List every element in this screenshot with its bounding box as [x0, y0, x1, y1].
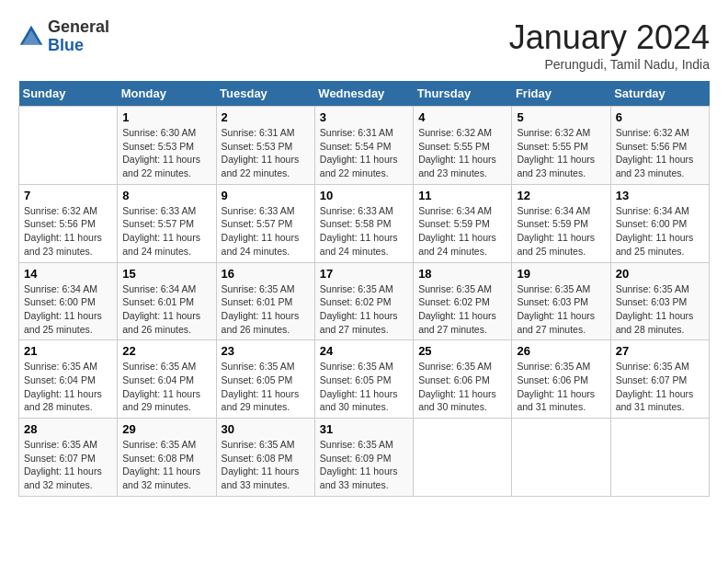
calendar-cell: 20Sunrise: 6:35 AMSunset: 6:03 PMDayligh… [610, 262, 709, 340]
day-number: 25 [418, 344, 506, 358]
day-number: 1 [122, 110, 210, 124]
calendar-cell: 11Sunrise: 6:34 AMSunset: 5:59 PMDayligh… [414, 184, 512, 262]
day-number: 19 [517, 267, 605, 281]
day-number: 16 [222, 267, 310, 281]
day-info: Sunrise: 6:33 AMSunset: 5:57 PMDaylight:… [222, 204, 310, 259]
weekday-header-monday: Monday [118, 81, 216, 107]
day-info: Sunrise: 6:35 AMSunset: 6:06 PMDaylight:… [418, 360, 506, 414]
day-info: Sunrise: 6:35 AMSunset: 6:01 PMDaylight:… [222, 282, 310, 337]
day-info: Sunrise: 6:33 AMSunset: 5:58 PMDaylight:… [320, 204, 408, 259]
weekday-header-wednesday: Wednesday [314, 81, 413, 107]
day-info: Sunrise: 6:33 AMSunset: 5:57 PMDaylight:… [122, 204, 210, 259]
day-number: 8 [122, 189, 210, 202]
calendar-week-5: 28Sunrise: 6:35 AMSunset: 6:07 PMDayligh… [19, 419, 710, 497]
logo-blue-text: Blue [48, 37, 109, 55]
calendar-cell: 29Sunrise: 6:35 AMSunset: 6:08 PMDayligh… [118, 419, 216, 497]
calendar-cell: 1Sunrise: 6:30 AMSunset: 5:53 PMDaylight… [118, 107, 216, 185]
day-number: 24 [320, 344, 408, 358]
calendar-cell: 31Sunrise: 6:35 AMSunset: 6:09 PMDayligh… [314, 419, 413, 497]
title-block: January 2024 Perungudi, Tamil Nadu, Indi… [509, 18, 710, 72]
day-info: Sunrise: 6:31 AMSunset: 5:53 PMDaylight:… [222, 126, 310, 180]
day-number: 5 [517, 110, 605, 124]
calendar-cell: 16Sunrise: 6:35 AMSunset: 6:01 PMDayligh… [216, 262, 314, 340]
weekday-header-friday: Friday [512, 81, 610, 107]
calendar-cell: 30Sunrise: 6:35 AMSunset: 6:08 PMDayligh… [216, 419, 314, 497]
day-info: Sunrise: 6:34 AMSunset: 6:01 PMDaylight:… [122, 282, 210, 337]
day-info: Sunrise: 6:32 AMSunset: 5:55 PMDaylight:… [418, 126, 506, 180]
day-number: 11 [418, 189, 506, 202]
calendar-week-2: 7Sunrise: 6:32 AMSunset: 5:56 PMDaylight… [19, 184, 710, 262]
day-number: 12 [517, 189, 605, 202]
day-number: 17 [320, 267, 408, 281]
day-info: Sunrise: 6:34 AMSunset: 6:00 PMDaylight:… [24, 282, 112, 337]
day-info: Sunrise: 6:32 AMSunset: 5:55 PMDaylight:… [517, 126, 605, 180]
day-info: Sunrise: 6:34 AMSunset: 5:59 PMDaylight:… [418, 204, 506, 259]
day-number: 14 [24, 267, 112, 281]
calendar-cell [19, 107, 118, 185]
logo-icon [18, 24, 44, 50]
day-number: 7 [24, 189, 112, 202]
calendar-cell: 8Sunrise: 6:33 AMSunset: 5:57 PMDaylight… [118, 184, 216, 262]
day-info: Sunrise: 6:35 AMSunset: 6:05 PMDaylight:… [222, 360, 310, 414]
day-number: 23 [222, 344, 310, 358]
calendar-cell: 13Sunrise: 6:34 AMSunset: 6:00 PMDayligh… [610, 184, 709, 262]
calendar-cell: 27Sunrise: 6:35 AMSunset: 6:07 PMDayligh… [610, 340, 709, 419]
day-info: Sunrise: 6:35 AMSunset: 6:02 PMDaylight:… [320, 282, 408, 337]
weekday-header-row: SundayMondayTuesdayWednesdayThursdayFrid… [19, 81, 710, 107]
day-number: 20 [616, 267, 704, 281]
day-number: 4 [418, 110, 506, 124]
day-info: Sunrise: 6:30 AMSunset: 5:53 PMDaylight:… [122, 126, 210, 180]
weekday-header-sunday: Sunday [19, 81, 118, 107]
calendar-cell [512, 419, 610, 497]
weekday-header-tuesday: Tuesday [216, 81, 314, 107]
day-info: Sunrise: 6:34 AMSunset: 6:00 PMDaylight:… [616, 204, 704, 259]
day-number: 18 [418, 267, 506, 281]
calendar-cell: 17Sunrise: 6:35 AMSunset: 6:02 PMDayligh… [314, 262, 413, 340]
day-info: Sunrise: 6:35 AMSunset: 6:06 PMDaylight:… [517, 360, 605, 414]
month-title: January 2024 [509, 18, 710, 57]
day-info: Sunrise: 6:35 AMSunset: 6:03 PMDaylight:… [616, 282, 704, 337]
calendar-cell: 24Sunrise: 6:35 AMSunset: 6:05 PMDayligh… [314, 340, 413, 419]
calendar-cell: 2Sunrise: 6:31 AMSunset: 5:53 PMDaylight… [216, 107, 314, 185]
day-number: 28 [24, 422, 112, 436]
day-number: 3 [320, 110, 408, 124]
day-info: Sunrise: 6:35 AMSunset: 6:03 PMDaylight:… [517, 282, 605, 337]
calendar-cell: 25Sunrise: 6:35 AMSunset: 6:06 PMDayligh… [414, 340, 512, 419]
calendar-cell: 14Sunrise: 6:34 AMSunset: 6:00 PMDayligh… [19, 262, 118, 340]
calendar-cell: 23Sunrise: 6:35 AMSunset: 6:05 PMDayligh… [216, 340, 314, 419]
day-info: Sunrise: 6:32 AMSunset: 5:56 PMDaylight:… [24, 204, 112, 259]
calendar-cell: 21Sunrise: 6:35 AMSunset: 6:04 PMDayligh… [19, 340, 118, 419]
calendar-cell: 15Sunrise: 6:34 AMSunset: 6:01 PMDayligh… [118, 262, 216, 340]
calendar-cell: 12Sunrise: 6:34 AMSunset: 5:59 PMDayligh… [512, 184, 610, 262]
day-number: 21 [24, 344, 112, 358]
calendar-cell: 3Sunrise: 6:31 AMSunset: 5:54 PMDaylight… [314, 107, 413, 185]
logo-general-text: General [48, 18, 109, 37]
day-info: Sunrise: 6:35 AMSunset: 6:07 PMDaylight:… [24, 438, 112, 492]
calendar-cell: 6Sunrise: 6:32 AMSunset: 5:56 PMDaylight… [610, 107, 709, 185]
day-info: Sunrise: 6:35 AMSunset: 6:02 PMDaylight:… [418, 282, 506, 337]
calendar-cell [610, 419, 709, 497]
day-info: Sunrise: 6:35 AMSunset: 6:08 PMDaylight:… [222, 438, 310, 492]
day-number: 26 [517, 344, 605, 358]
calendar-body: 1Sunrise: 6:30 AMSunset: 5:53 PMDaylight… [19, 107, 710, 497]
day-number: 29 [122, 422, 210, 436]
calendar-cell: 10Sunrise: 6:33 AMSunset: 5:58 PMDayligh… [314, 184, 413, 262]
day-number: 13 [616, 189, 704, 202]
calendar-cell: 19Sunrise: 6:35 AMSunset: 6:03 PMDayligh… [512, 262, 610, 340]
day-number: 9 [222, 189, 310, 202]
calendar-cell: 28Sunrise: 6:35 AMSunset: 6:07 PMDayligh… [19, 419, 118, 497]
calendar-cell: 9Sunrise: 6:33 AMSunset: 5:57 PMDaylight… [216, 184, 314, 262]
day-number: 15 [122, 267, 210, 281]
day-info: Sunrise: 6:34 AMSunset: 5:59 PMDaylight:… [517, 204, 605, 259]
day-info: Sunrise: 6:35 AMSunset: 6:04 PMDaylight:… [122, 360, 210, 414]
location-text: Perungudi, Tamil Nadu, India [509, 57, 710, 72]
day-number: 2 [222, 110, 310, 124]
calendar-week-3: 14Sunrise: 6:34 AMSunset: 6:00 PMDayligh… [19, 262, 710, 340]
day-number: 27 [616, 344, 704, 358]
day-number: 6 [616, 110, 704, 124]
calendar-cell: 22Sunrise: 6:35 AMSunset: 6:04 PMDayligh… [118, 340, 216, 419]
logo: General Blue [18, 18, 109, 55]
day-info: Sunrise: 6:35 AMSunset: 6:08 PMDaylight:… [122, 438, 210, 492]
calendar-week-4: 21Sunrise: 6:35 AMSunset: 6:04 PMDayligh… [19, 340, 710, 419]
day-info: Sunrise: 6:35 AMSunset: 6:07 PMDaylight:… [616, 360, 704, 414]
